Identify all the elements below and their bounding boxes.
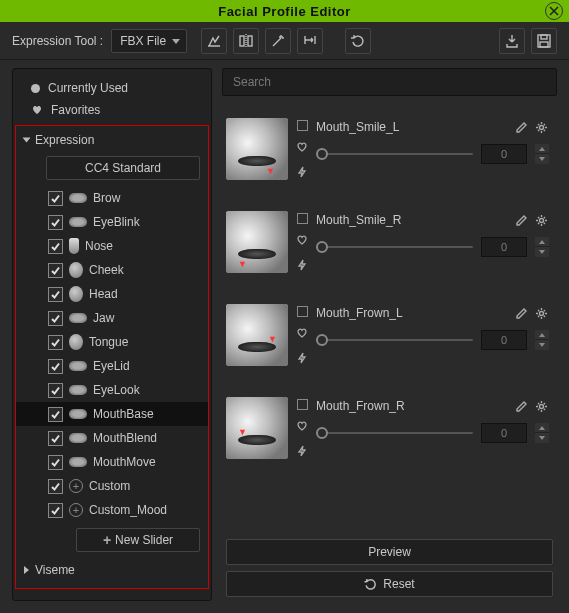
sidebar-item-eyeblink[interactable]: EyeBlink — [16, 210, 208, 234]
face-icon — [69, 334, 83, 350]
value-field[interactable]: 0 — [481, 144, 527, 164]
preview-label: Preview — [368, 545, 411, 559]
slider-card: ▼Mouth_Smile_R0 — [226, 211, 549, 274]
item-label: Custom — [89, 479, 130, 493]
import-button[interactable] — [499, 28, 525, 54]
item-label: MouthMove — [93, 455, 156, 469]
currently-used-row[interactable]: Currently Used — [13, 77, 211, 99]
checkbox[interactable] — [48, 311, 63, 326]
svg-rect-1 — [248, 36, 252, 46]
checkbox[interactable] — [48, 479, 63, 494]
edit-icon[interactable] — [513, 212, 529, 228]
checkbox[interactable] — [48, 503, 63, 518]
value-spinner[interactable] — [535, 330, 549, 350]
flash-icon[interactable] — [296, 166, 308, 181]
standard-button[interactable]: CC4 Standard — [46, 156, 200, 180]
edit-icon[interactable] — [513, 305, 529, 321]
checkbox[interactable] — [48, 239, 63, 254]
gear-icon[interactable] — [533, 212, 549, 228]
value-slider[interactable] — [316, 333, 473, 347]
select-value: FBX File — [120, 34, 166, 48]
search-input[interactable] — [233, 75, 546, 89]
value-slider[interactable] — [316, 240, 473, 254]
favorite-icon[interactable] — [296, 234, 308, 249]
expression-label: Expression — [35, 133, 94, 147]
checkbox[interactable] — [48, 359, 63, 374]
checkbox[interactable] — [48, 335, 63, 350]
sidebar-item-jaw[interactable]: Jaw — [16, 306, 208, 330]
value-slider[interactable] — [316, 426, 473, 440]
sidebar-item-tongue[interactable]: Tongue — [16, 330, 208, 354]
sidebar-item-custom_mood[interactable]: Custom_Mood — [16, 498, 208, 522]
checkbox[interactable] — [48, 407, 63, 422]
checkbox[interactable] — [48, 455, 63, 470]
checkbox[interactable] — [48, 263, 63, 278]
value-field[interactable]: 0 — [481, 237, 527, 257]
sidebar-item-brow[interactable]: Brow — [16, 186, 208, 210]
sidebar-item-mouthmove[interactable]: MouthMove — [16, 450, 208, 474]
value-spinner[interactable] — [535, 237, 549, 257]
close-button[interactable] — [545, 2, 563, 20]
select-checkbox[interactable] — [297, 213, 308, 224]
checkbox[interactable] — [48, 191, 63, 206]
new-slider-button[interactable]: + New Slider — [76, 528, 200, 552]
favorites-row[interactable]: Favorites — [13, 99, 211, 121]
select-checkbox[interactable] — [297, 399, 308, 410]
sidebar-item-eyelook[interactable]: EyeLook — [16, 378, 208, 402]
reset-button[interactable]: Reset — [226, 571, 553, 597]
checkbox[interactable] — [48, 383, 63, 398]
sidebar-item-eyelid[interactable]: EyeLid — [16, 354, 208, 378]
gear-icon[interactable] — [533, 119, 549, 135]
plus-circle-icon — [69, 503, 83, 517]
plus-icon: + — [103, 532, 111, 548]
thumbnail[interactable]: ▼ — [226, 211, 288, 273]
edit-icon[interactable] — [513, 398, 529, 414]
nose-icon — [69, 238, 79, 254]
mirror-button[interactable] — [233, 28, 259, 54]
sidebar-item-custom[interactable]: Custom — [16, 474, 208, 498]
item-label: Tongue — [89, 335, 128, 349]
wand-button[interactable] — [265, 28, 291, 54]
value-slider[interactable] — [316, 147, 473, 161]
select-checkbox[interactable] — [297, 120, 308, 131]
svg-point-8 — [539, 404, 543, 408]
flash-icon[interactable] — [296, 352, 308, 367]
gear-icon[interactable] — [533, 398, 549, 414]
gear-icon[interactable] — [533, 305, 549, 321]
select-checkbox[interactable] — [297, 306, 308, 317]
rig-tool-button[interactable] — [201, 28, 227, 54]
value-field[interactable]: 0 — [481, 330, 527, 350]
flash-icon[interactable] — [296, 259, 308, 274]
sidebar-item-mouthbase[interactable]: MouthBase — [16, 402, 208, 426]
expression-header[interactable]: Expression — [16, 128, 208, 152]
refresh-button[interactable] — [345, 28, 371, 54]
heart-icon — [31, 104, 43, 116]
value-spinner[interactable] — [535, 423, 549, 443]
checkbox[interactable] — [48, 215, 63, 230]
search-box[interactable] — [222, 68, 557, 96]
favorite-icon[interactable] — [296, 420, 308, 435]
edit-icon[interactable] — [513, 119, 529, 135]
checkbox[interactable] — [48, 431, 63, 446]
flash-icon[interactable] — [296, 445, 308, 460]
preview-button[interactable]: Preview — [226, 539, 553, 565]
favorite-icon[interactable] — [296, 327, 308, 342]
main: Currently Used Favorites Expression CC4 … — [0, 60, 569, 613]
svg-point-6 — [539, 218, 543, 222]
sidebar-item-nose[interactable]: Nose — [16, 234, 208, 258]
map-button[interactable] — [297, 28, 323, 54]
sidebar-item-head[interactable]: Head — [16, 282, 208, 306]
value-spinner[interactable] — [535, 144, 549, 164]
value-field[interactable]: 0 — [481, 423, 527, 443]
lips-icon — [69, 193, 87, 203]
thumbnail[interactable]: ▼ — [226, 304, 288, 366]
sidebar-item-mouthblend[interactable]: MouthBlend — [16, 426, 208, 450]
viseme-header[interactable]: Viseme — [16, 558, 208, 582]
checkbox[interactable] — [48, 287, 63, 302]
save-button[interactable] — [531, 28, 557, 54]
expression-tool-select[interactable]: FBX File — [111, 29, 187, 53]
sidebar-item-cheek[interactable]: Cheek — [16, 258, 208, 282]
thumbnail[interactable]: ▼ — [226, 397, 288, 459]
thumbnail[interactable]: ▼ — [226, 118, 288, 180]
favorite-icon[interactable] — [296, 141, 308, 156]
